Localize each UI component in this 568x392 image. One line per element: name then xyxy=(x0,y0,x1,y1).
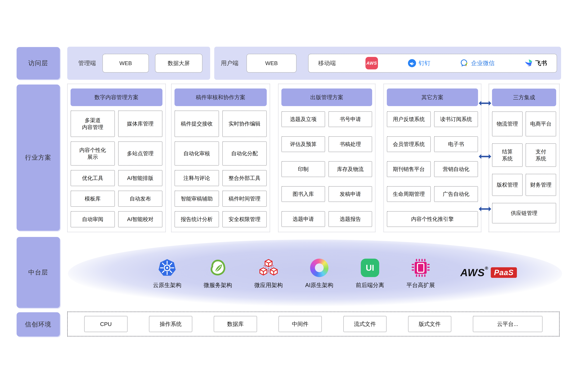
aws-paas-logo: AWS ® PaaS xyxy=(454,267,524,279)
solution-cell: 注释与评论 xyxy=(175,170,219,186)
solution-cell: 营销自动化 xyxy=(434,161,478,177)
solution-column-digital-content: 数字内容管理方案 多渠道 内容管理 媒体库管理 内容个性化 展示 多站点管理 优… xyxy=(67,84,166,232)
solution-cell: 生命周期管理 xyxy=(387,186,431,202)
aws-app-icon: AWS xyxy=(365,57,378,70)
solution-cell: 实时协作编辑 xyxy=(222,111,267,137)
wecom-icon xyxy=(460,59,469,68)
solution-cell: 用户反馈系统 xyxy=(387,111,431,127)
middle-platform-band: 云原生架构 微服务架构 xyxy=(68,239,562,308)
xinchuang-cell-cpu: CPU xyxy=(84,316,127,332)
admin-web-box: WEB xyxy=(102,54,149,73)
mp-item-frontend-backend: UI 前后端分离 xyxy=(352,258,388,289)
solution-column-publishing: 出版管理方案 选题及立项 书号申请 评估及预算 书稿处理 印制 库存及物流 图书… xyxy=(278,84,375,232)
solution-cell: 选题及立项 xyxy=(281,111,325,127)
mp-item-micro-app: 微应用架构 xyxy=(251,258,286,289)
mp-item-label: 微应用架构 xyxy=(254,281,283,289)
kubernetes-icon xyxy=(158,258,177,277)
solution-cell: 稿件提交接收 xyxy=(175,111,219,137)
column-header: 数字内容管理方案 xyxy=(70,88,163,106)
layer-label-middle-platform: 中台层 xyxy=(17,237,60,308)
double-arrow-icon xyxy=(478,154,492,159)
solution-cell: 印制 xyxy=(281,161,325,177)
paas-logo-text: PaaS xyxy=(491,267,517,278)
double-arrow-icon xyxy=(478,100,492,106)
admin-group-label: 管理端 xyxy=(78,59,96,67)
solution-cell: 电子书 xyxy=(434,136,478,152)
user-access-group: 用户端 WEB 移动端 AWS 钉钉 企业微信 xyxy=(214,47,561,80)
solution-cell: 内容个性化 展示 xyxy=(70,141,115,166)
mp-item-ai-native: AI原生架构 xyxy=(302,258,337,289)
xinchuang-row: CPU 操作系统 数据库 中间件 流式文件 版式文件 云平台... xyxy=(67,312,560,336)
xinchuang-cell-cloud: 云平台... xyxy=(473,316,542,332)
layer-label-industry: 行业方案 xyxy=(17,84,60,231)
micro-app-cubes-icon xyxy=(259,258,278,277)
layer-label-access: 访问层 xyxy=(17,47,60,79)
architecture-diagram: 访问层 行业方案 中台层 信创环境 管理端 WEB 数据大屏 用户端 WEB 移… xyxy=(0,0,568,348)
mp-item-scalability: 平台高扩展 xyxy=(403,258,438,289)
layer-label-xinchuang: 信创环境 xyxy=(17,312,60,336)
xinchuang-cell-layout-file: 版式文件 xyxy=(408,316,451,332)
xinchuang-cell-database: 数据库 xyxy=(214,316,257,332)
solution-cell: 供应链管理 xyxy=(492,203,556,224)
cell-grid: 选题及立项 书号申请 评估及预算 书稿处理 印制 库存及物流 图书入库 发稿申请… xyxy=(278,111,375,227)
feishu-label: 飞书 xyxy=(535,59,547,67)
solution-cell: 会员管理系统 xyxy=(387,136,431,152)
column-header: 三方集成 xyxy=(492,89,556,106)
mobile-clients-box: 移动端 AWS 钉钉 企业微信 xyxy=(308,54,557,73)
solution-cell: 优化工具 xyxy=(70,170,115,186)
solution-cell: 选题报告 xyxy=(328,211,372,227)
user-web-box: WEB xyxy=(247,54,296,73)
solution-column-other: 其它方案 用户反馈系统 读书订阅系统 会员管理系统 电子书 期刊销售平台 营销自… xyxy=(384,84,481,232)
solution-cell: 财务管理 xyxy=(526,174,556,196)
ai-ring-icon xyxy=(310,258,329,277)
solution-column-manuscript: 稿件审核和协作方案 稿件提交接收 实时协作编辑 自动化审核 自动化分配 注释与评… xyxy=(171,84,270,232)
solution-cell: 多渠道 内容管理 xyxy=(70,111,115,137)
mp-item-cloud-native: 云原生架构 xyxy=(150,258,185,289)
solution-cell: 智能审稿辅助 xyxy=(175,191,219,207)
xinchuang-cell-stream-file: 流式文件 xyxy=(343,316,387,332)
solution-cell: 库存及物流 xyxy=(328,161,372,177)
mp-item-label: 前后端分离 xyxy=(356,281,384,289)
column-header: 其它方案 xyxy=(387,88,478,106)
aws-logo-text: AWS xyxy=(460,267,485,279)
xinchuang-cell-os: 操作系统 xyxy=(149,316,192,332)
solution-cell: 读书订阅系统 xyxy=(434,111,478,127)
solution-cell: 自动发布 xyxy=(118,191,163,207)
solution-cell: 内容个性化推引擎 xyxy=(387,211,478,227)
solution-cell: 图书入库 xyxy=(281,186,325,202)
wecom-label: 企业微信 xyxy=(471,59,495,67)
solution-cell: 选题申请 xyxy=(281,211,325,227)
solution-cell: 自动化审核 xyxy=(175,141,219,166)
chip-icon xyxy=(411,258,430,277)
registered-mark: ® xyxy=(485,266,488,271)
cell-grid: 多渠道 内容管理 媒体库管理 内容个性化 展示 多站点管理 优化工具 AI智能排… xyxy=(68,111,166,227)
solution-cell: 安全权限管理 xyxy=(222,211,267,227)
feishu-icon xyxy=(524,59,533,68)
solution-cell: 电商平台 xyxy=(526,112,556,136)
solution-cell: 书号申请 xyxy=(328,111,372,127)
dingtalk-label: 钉钉 xyxy=(419,59,430,67)
data-screen-box: 数据大屏 xyxy=(155,54,202,73)
column-header: 出版管理方案 xyxy=(281,88,372,106)
cell-grid: 稿件提交接收 实时协作编辑 自动化审核 自动化分配 注释与评论 整合外部工具 智… xyxy=(172,111,270,227)
solution-cell: 稿件时间管理 xyxy=(222,191,267,207)
solution-cell: 支付 系统 xyxy=(526,143,556,167)
solution-cell: 发稿申请 xyxy=(328,186,372,202)
column-header: 稿件审核和协作方案 xyxy=(175,88,267,106)
solution-cell: 期刊销售平台 xyxy=(387,161,431,177)
mp-item-label: AI原生架构 xyxy=(305,281,333,289)
solution-cell: 多站点管理 xyxy=(118,141,163,166)
solution-cell: 书稿处理 xyxy=(328,136,372,152)
wecom-app: 企业微信 xyxy=(460,59,495,68)
solution-cell: 广告自动化 xyxy=(434,186,478,202)
solution-cell: 物流管理 xyxy=(492,112,523,136)
solution-cell: 整合外部工具 xyxy=(222,170,267,186)
solution-cell: 评估及预算 xyxy=(281,136,325,152)
solution-cell: 报告统计分析 xyxy=(175,211,219,227)
solution-cell: 结算 系统 xyxy=(492,143,523,167)
solution-cell: 媒体库管理 xyxy=(118,111,163,137)
dingtalk-icon xyxy=(408,59,416,68)
cell-grid: 用户反馈系统 读书订阅系统 会员管理系统 电子书 期刊销售平台 营销自动化 生命… xyxy=(384,111,481,227)
solution-cell: AI智能排版 xyxy=(118,170,163,186)
user-group-label: 用户端 xyxy=(221,59,238,67)
